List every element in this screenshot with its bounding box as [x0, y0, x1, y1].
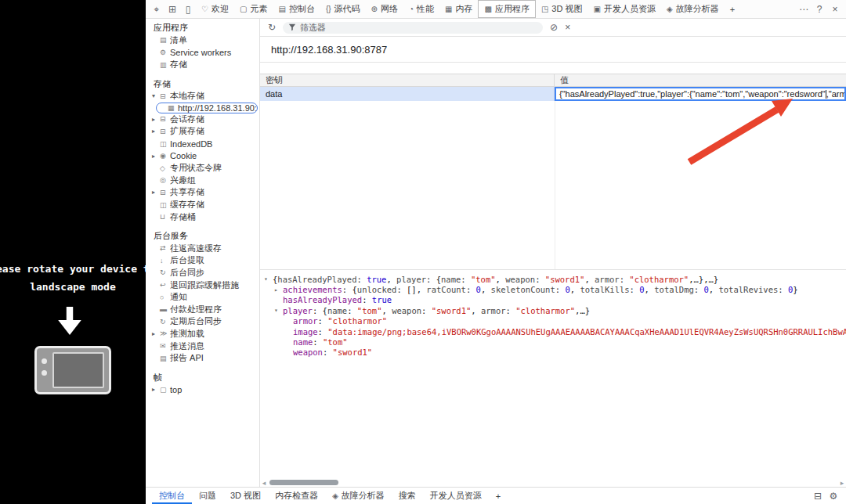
tab-elements[interactable]: ▢ 元素	[234, 0, 273, 18]
tab-crash-analyzer[interactable]: ◈ 故障分析器	[661, 0, 725, 18]
json-tree-row[interactable]: weapon: "sword1"	[260, 347, 846, 358]
table-empty-area	[260, 101, 846, 270]
sidebar-item-bounce-tracking-mitigations[interactable]: ↩ 退回跟踪缓解措施	[146, 279, 259, 291]
json-tree-row[interactable]: armor: "clotharmor"	[260, 316, 846, 326]
delete-selected-icon[interactable]: ×	[565, 22, 570, 33]
tab-3d-view[interactable]: ◳ 3D 视图	[536, 0, 588, 18]
tab-label: 网络	[381, 3, 398, 15]
scroll-right-icon[interactable]: ▸	[838, 479, 846, 487]
close-devtools-icon[interactable]: ×	[827, 4, 843, 15]
section-frames[interactable]: 帧	[146, 371, 259, 383]
sidebar-item-reporting-api[interactable]: ▤ 报告 API	[146, 352, 259, 365]
help-icon[interactable]: ?	[812, 4, 827, 15]
drawer-tab-issues[interactable]: 问题	[192, 488, 223, 504]
drawer-tab-console[interactable]: 控制台	[152, 488, 192, 504]
tab-icon: ♡	[201, 5, 208, 13]
item-icon: ⊟	[160, 115, 170, 123]
device-toolbar-icon[interactable]: ⊞	[164, 4, 180, 15]
expander-icon[interactable]: ▸	[274, 286, 283, 293]
sidebar-item-extension-storage[interactable]: ▸ ⊟ 扩展存储	[146, 125, 259, 138]
tab-performance[interactable]: ◔ 性能	[403, 0, 439, 18]
sidebar-item-cookies[interactable]: ▸ ◉ Cookie	[146, 149, 259, 162]
sidebar-item-speculative-loads[interactable]: ▸ ≫ 推测加载	[146, 328, 259, 340]
sidebar-item-storage[interactable]: ▥ 存储	[146, 59, 259, 71]
sidebar-item-private-state-tokens[interactable]: ◇ 专用状态令牌	[146, 162, 259, 175]
tab-console[interactable]: ▤ 控制台	[273, 0, 320, 18]
section-background-services[interactable]: 后台服务	[146, 230, 259, 243]
tab-welcome[interactable]: ♡ 欢迎	[196, 0, 234, 18]
drawer-tab-search[interactable]: 搜索	[392, 488, 423, 504]
value-cell-editing[interactable]: {"hasAlreadyPlayed":true,"player":{"name…	[555, 87, 846, 101]
sidebar-item-background-fetch[interactable]: ↓ 后台提取	[146, 254, 259, 267]
item-icon: ⇄	[160, 244, 170, 252]
json-tree-row[interactable]: ▾ player: {name: "tom", weapon: "sword1"…	[260, 305, 846, 315]
sidebar-item-top-frame[interactable]: ▸ ▢ top	[146, 383, 259, 396]
json-tree-row[interactable]: ▾ {hasAlreadyPlayed: true, player: {name…	[260, 274, 846, 284]
scrollbar-thumb[interactable]	[269, 480, 338, 485]
item-label: 本地存储	[170, 90, 204, 102]
table-row[interactable]: data {"hasAlreadyPlayed":true,"player":{…	[260, 87, 846, 101]
drawer-tab-more[interactable]: +	[489, 488, 508, 504]
rotate-message-line1: ease rotate your device t	[0, 263, 146, 275]
drawer-tab-developer-resources[interactable]: 开发人员资源	[423, 488, 489, 504]
value-column-header[interactable]: 值	[555, 74, 846, 86]
sidebar-item-storage-buckets[interactable]: ⊔ 存储桶	[146, 211, 259, 223]
sidebar-item-push-messaging[interactable]: ✉ 推送消息	[146, 340, 259, 352]
sidebar-item-interest-groups[interactable]: ◎ 兴趣组	[146, 175, 259, 187]
filter-input[interactable]	[300, 23, 537, 32]
sidebar-item-periodic-background-sync[interactable]: ↻ 定期后台同步	[146, 315, 259, 328]
settings-icon[interactable]: ⚙	[826, 491, 841, 502]
tab-label: 元素	[250, 3, 267, 15]
json-tree-row[interactable]: name: "tom"	[260, 337, 846, 347]
drawer-tab-crash-analyzer[interactable]: ◈ 故障分析器	[325, 488, 392, 504]
tab-application[interactable]: ▩ 应用程序	[478, 0, 535, 18]
sidebar-item-shared-storage[interactable]: ▸ ⊟ 共享存储	[146, 186, 259, 199]
json-tree-row[interactable]: hasAlreadyPlayed: true	[260, 295, 846, 305]
sidebar-item-back-forward-cache[interactable]: ⇄ 往返高速缓存	[146, 243, 259, 255]
section-application[interactable]: 应用程序	[146, 22, 259, 34]
drawer-tab-3d-view[interactable]: 3D 视图	[223, 488, 268, 504]
sidebar-item-service-workers[interactable]: ⚙ Service workers	[146, 46, 259, 59]
item-icon: ↩	[160, 281, 170, 289]
key-cell[interactable]: data	[260, 87, 555, 101]
more-options-icon[interactable]: ⋯	[796, 4, 812, 15]
expander-icon: ▸	[152, 189, 160, 196]
clear-all-icon[interactable]: ⊘	[550, 22, 558, 33]
filter-box[interactable]	[283, 22, 543, 34]
expander-icon[interactable]: ▾	[274, 307, 283, 314]
sidebar-item-notifications[interactable]: ○ 通知	[146, 291, 259, 304]
refresh-icon[interactable]: ↻	[268, 22, 276, 33]
sidebar-item-cache-storage[interactable]: ◫ 缓存存储	[146, 199, 259, 211]
tab-memory[interactable]: ▦ 内存	[439, 0, 478, 18]
json-tree-row[interactable]: ▸ achievements: {unlocked: [], ratCount:…	[260, 284, 846, 294]
sidebar-item-manifest[interactable]: ▤ 清单	[146, 34, 259, 47]
tab-developer-resources[interactable]: ▣ 开发人员资源	[588, 0, 660, 18]
section-storage[interactable]: 存储	[146, 77, 259, 90]
tab-label: 故障分析器	[676, 3, 719, 15]
sidebar-item-payment-handler[interactable]: ▬ 付款处理程序	[146, 303, 259, 315]
expander-icon: ▾	[152, 92, 160, 99]
expander-icon: ▸	[152, 330, 160, 337]
expander-icon: ▸	[152, 153, 160, 160]
item-label: 扩展存储	[170, 125, 204, 137]
sidebar-item-session-storage[interactable]: ▸ ⊟ 会话存储	[146, 113, 259, 126]
tab-sources[interactable]: {} 源代码	[320, 0, 366, 18]
json-tree-row[interactable]: image: "data:image/png;base64,iVBORw0KGg…	[260, 326, 846, 337]
tab-more[interactable]: +	[725, 0, 740, 18]
expander-icon[interactable]: ▾	[264, 275, 273, 283]
horizontal-scrollbar[interactable]: ◂ ▸	[260, 479, 846, 486]
sidebar-item-background-sync[interactable]: ↻ 后台同步	[146, 267, 259, 279]
inspect-icon[interactable]: ⌖	[149, 4, 164, 15]
sidebar-item-origin[interactable]: ▦ http://192.168.31.90:8…	[156, 103, 258, 113]
drawer-tab-memory-inspector[interactable]: 内存检查器	[268, 488, 325, 504]
json-tokens: armor: "clotharmor"	[293, 316, 387, 326]
key-column-header[interactable]: 密钥	[260, 74, 555, 86]
sidebar-item-indexeddb[interactable]: ◫ IndexedDB	[146, 138, 259, 150]
sidebar-item-local-storage[interactable]: ▾ ⊟ 本地存储	[146, 90, 259, 103]
dock-panel-icon[interactable]: ▯	[180, 4, 196, 15]
scroll-left-icon[interactable]: ◂	[260, 479, 268, 487]
dock-bottom-icon[interactable]: ⊟	[810, 491, 826, 502]
item-icon: ▬	[160, 305, 170, 313]
tab-network[interactable]: ⊕ 网络	[366, 0, 403, 18]
drawer-tab-label: 3D 视图	[230, 490, 261, 502]
